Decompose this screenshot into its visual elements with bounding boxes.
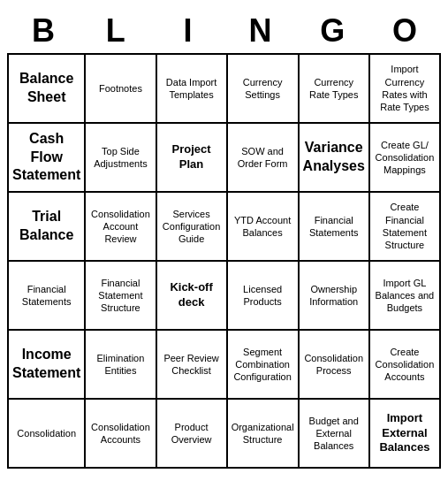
- bingo-cell: Organizational Structure: [228, 400, 300, 469]
- bingo-cell: Consolidation Accounts: [86, 400, 156, 469]
- bingo-cell: YTD Account Balances: [228, 193, 300, 262]
- bingo-cell: Services Configuration Guide: [157, 193, 228, 262]
- bingo-cell: Income Statement: [9, 331, 86, 400]
- bingo-cell: Kick-off deck: [157, 262, 228, 331]
- bingo-cell: Currency Settings: [228, 55, 300, 124]
- bingo-title: B L I N G O: [7, 12, 441, 50]
- bingo-cell: Budget and External Balances: [300, 400, 370, 469]
- bingo-card: B L I N G O Balance SheetFootnotesData I…: [0, 5, 448, 476]
- title-o: O: [369, 12, 440, 50]
- bingo-cell: Consolidation Account Review: [86, 193, 156, 262]
- bingo-cell: Financial Statements: [9, 262, 86, 331]
- bingo-cell: Project Plan: [157, 124, 228, 193]
- bingo-cell: Import GL Balances and Budgets: [370, 262, 441, 331]
- bingo-cell: Segment Combination Configuration: [228, 331, 300, 400]
- title-n: N: [224, 12, 295, 50]
- bingo-cell: Financial Statements: [300, 193, 370, 262]
- bingo-cell: SOW and Order Form: [228, 124, 300, 193]
- title-i: I: [153, 12, 224, 50]
- bingo-cell: Variance Analyses: [300, 124, 370, 193]
- bingo-cell: Data Import Templates: [157, 55, 228, 124]
- bingo-cell: Import Currency Rates with Rate Types: [370, 55, 441, 124]
- bingo-cell: Financial Statement Structure: [86, 262, 156, 331]
- bingo-cell: Product Overview: [157, 400, 228, 469]
- bingo-cell: Create Consolidation Accounts: [370, 331, 441, 400]
- bingo-cell: Cash Flow Statement: [9, 124, 86, 193]
- bingo-cell: Create Financial Statement Structure: [370, 193, 441, 262]
- bingo-cell: Currency Rate Types: [300, 55, 370, 124]
- bingo-cell: Ownership Information: [300, 262, 370, 331]
- bingo-cell: Top Side Adjustments: [86, 124, 156, 193]
- bingo-cell: Licensed Products: [228, 262, 300, 331]
- title-b: B: [8, 12, 79, 50]
- title-g: G: [297, 12, 368, 50]
- bingo-cell: Balance Sheet: [9, 55, 86, 124]
- bingo-cell: Footnotes: [86, 55, 156, 124]
- bingo-cell: Import External Balances: [370, 400, 441, 469]
- title-l: L: [80, 12, 151, 50]
- bingo-cell: Elimination Entities: [86, 331, 156, 400]
- bingo-cell: Peer Review Checklist: [157, 331, 228, 400]
- bingo-grid: Balance SheetFootnotesData Import Templa…: [7, 53, 441, 469]
- bingo-cell: Consolidation: [9, 400, 86, 469]
- bingo-cell: Trial Balance: [9, 193, 86, 262]
- bingo-cell: Create GL/ Consolidation Mappings: [370, 124, 441, 193]
- bingo-cell: Consolidation Process: [300, 331, 370, 400]
